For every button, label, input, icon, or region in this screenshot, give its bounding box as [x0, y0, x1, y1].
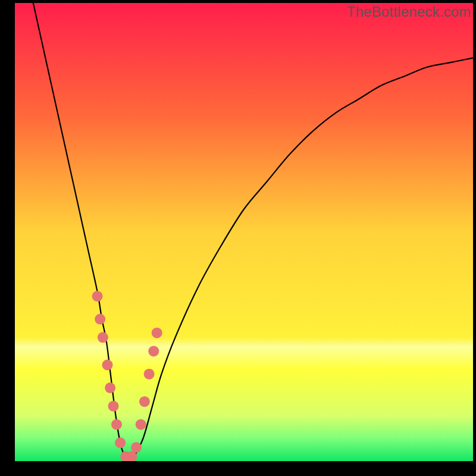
marker-point [136, 419, 146, 430]
chart-frame: TheBottleneck.com [0, 0, 476, 476]
bottleneck-curve [33, 3, 473, 461]
marker-point [108, 401, 119, 412]
marker-point [139, 396, 150, 407]
marker-point [105, 383, 115, 393]
marker-point [152, 327, 162, 338]
marker-points [92, 291, 162, 461]
marker-point [115, 437, 126, 448]
marker-point [95, 314, 105, 324]
marker-point [98, 332, 108, 343]
plot-area [15, 3, 473, 461]
marker-point [144, 369, 155, 380]
curve-layer [15, 3, 473, 461]
marker-point [102, 359, 113, 370]
marker-point [111, 419, 122, 430]
marker-point [131, 442, 142, 453]
marker-point [92, 291, 103, 302]
marker-point [148, 346, 159, 356]
watermark-text: TheBottleneck.com [347, 4, 471, 20]
